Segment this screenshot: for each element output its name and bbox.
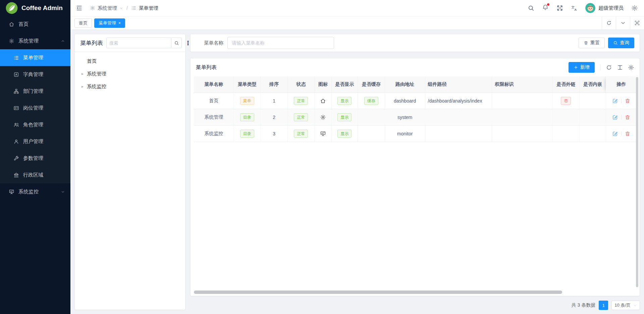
cell-actions <box>606 125 636 142</box>
menu-name-label: 菜单名称 <box>204 40 223 46</box>
row-density-icon[interactable] <box>617 64 623 71</box>
breadcrumb-item-current: 菜单管理 <box>139 5 158 11</box>
column-settings-gear-icon[interactable] <box>628 64 634 71</box>
horizontal-scrollbar[interactable] <box>194 291 562 294</box>
caret-right-icon[interactable]: ▸ <box>82 84 87 89</box>
tree-item-home[interactable]: 首页 <box>75 55 185 67</box>
sidebar-item-post-management[interactable]: 岗位管理 <box>0 100 70 116</box>
maximize-content-button[interactable] <box>630 16 644 29</box>
page-size-select[interactable]: 10 条/页 <box>611 301 640 310</box>
table-wrap: 菜单名称 菜单类型 排序 状态 图标 是否显示 是否缓存 路由地址 组件路径 <box>191 76 640 142</box>
tree-item-system-management[interactable]: ▸ 系统管理 <box>75 67 185 80</box>
sidebar-item-label: 行政区域 <box>23 172 43 178</box>
app-logo[interactable]: Coffee Admin <box>0 0 70 16</box>
page-content: 菜单列表 ⋮ 首页 ▸ 系统管理 <box>70 30 644 314</box>
refresh-table-icon[interactable] <box>606 64 612 71</box>
add-button[interactable]: 新增 <box>569 62 595 73</box>
sidebar-item-label: 菜单管理 <box>23 55 43 61</box>
sidebar-item-department-management[interactable]: 部门管理 <box>0 83 70 100</box>
sidebar-item-role-management[interactable]: 角色管理 <box>0 116 70 133</box>
cell-status: 正常 <box>288 125 315 142</box>
visible-badge: 显示 <box>337 130 352 138</box>
table-header-row: 菜单名称 菜单类型 排序 状态 图标 是否显示 是否缓存 路由地址 组件路径 <box>194 76 636 92</box>
close-icon[interactable]: × <box>118 21 121 25</box>
col-header-embedded: 是否内嵌 <box>579 76 606 92</box>
menu-name-input[interactable] <box>227 37 334 49</box>
reset-button-label: 重置 <box>590 40 600 46</box>
chevron-up-icon <box>61 39 65 43</box>
visible-badge: 显示 <box>337 113 352 121</box>
sidebar-item-label: 字典管理 <box>23 71 43 78</box>
chevron-down-icon[interactable] <box>119 6 123 10</box>
tree-search-button[interactable] <box>171 38 182 48</box>
sidebar-item-system-management[interactable]: 系统管理 <box>0 33 70 49</box>
sidebar-item-administrative-region[interactable]: 行政区域 <box>0 167 70 183</box>
home-icon <box>9 21 14 27</box>
chevron-down-icon <box>620 20 626 26</box>
refresh-icon <box>606 20 612 26</box>
cell-permission <box>492 125 552 142</box>
id-card-icon <box>13 105 19 111</box>
search-icon <box>174 41 179 46</box>
vertical-scrollbar[interactable] <box>636 77 638 287</box>
caret-right-icon[interactable]: ▸ <box>82 71 87 76</box>
edit-icon[interactable] <box>612 98 618 104</box>
toolbar-actions: 新增 <box>569 62 634 73</box>
cell-cache <box>358 109 385 125</box>
menu-table-card: 菜单列表 新增 <box>190 58 640 296</box>
edit-icon[interactable] <box>612 114 618 120</box>
col-header-status: 状态 <box>288 76 315 92</box>
cell-icon <box>314 109 331 125</box>
sidebar-item-system-monitor[interactable]: 系统监控 <box>0 183 70 200</box>
edit-icon[interactable] <box>612 131 618 137</box>
roles-icon <box>13 122 19 128</box>
tree-search-input[interactable] <box>106 38 171 48</box>
table-row: 系统监控 目录 3 正常 显示 monitor <box>194 125 636 142</box>
cell-route: monitor <box>385 125 425 142</box>
collapse-sidebar-icon[interactable] <box>76 5 83 11</box>
gear-icon <box>320 114 326 120</box>
sidebar-item-label: 岗位管理 <box>23 105 43 111</box>
user-menu[interactable]: 超级管理员 <box>585 3 624 13</box>
total-count-text: 共 3 条数据 <box>572 302 596 308</box>
tab-options-button[interactable] <box>616 16 630 29</box>
reset-button[interactable]: 重置 <box>579 38 605 48</box>
cell-menu-name: 系统监控 <box>194 125 234 142</box>
sidebar-item-dictionary-management[interactable]: 字典管理 <box>0 66 70 83</box>
delete-trash-icon[interactable] <box>625 98 631 104</box>
status-badge: 正常 <box>294 113 308 121</box>
sidebar-item-parameter-management[interactable]: 参数管理 <box>0 150 70 167</box>
breadcrumb-separator: / <box>126 5 128 11</box>
home-icon <box>320 98 326 104</box>
tab-menu-management[interactable]: 菜单管理 × <box>94 18 125 28</box>
monitor-icon <box>320 131 326 137</box>
settings-gear-icon[interactable] <box>631 5 638 11</box>
sidebar-item-menu-management[interactable]: 菜单管理 <box>0 49 70 66</box>
delete-trash-icon[interactable] <box>625 131 631 137</box>
query-button[interactable]: 查询 <box>608 38 634 48</box>
page-number-button[interactable]: 1 <box>599 301 608 310</box>
table-title: 菜单列表 <box>196 64 217 71</box>
search-form-card: 菜单名称 重置 查询 <box>190 34 640 52</box>
leaf-logo-icon <box>5 2 18 14</box>
status-badge: 正常 <box>294 97 308 105</box>
tab-home[interactable]: 首页 <box>74 18 92 28</box>
breadcrumb-item-system[interactable]: 系统管理 <box>98 5 117 11</box>
table-row: 首页 菜单 1 正常 显示 缓存 dashboard /dashboard/an… <box>194 92 636 109</box>
fullscreen-icon[interactable] <box>556 5 563 11</box>
cell-route: system <box>385 109 425 125</box>
sidebar-item-user-management[interactable]: 用户管理 <box>0 133 70 150</box>
refresh-tab-button[interactable] <box>602 16 616 29</box>
translate-icon[interactable] <box>571 5 578 11</box>
sidebar-item-home[interactable]: 首页 <box>0 16 70 33</box>
tree-item-system-monitor[interactable]: ▸ 系统监控 <box>75 80 185 93</box>
col-header-external: 是否外链 <box>552 76 579 92</box>
cell-visible: 显示 <box>331 109 358 125</box>
action-divider <box>621 115 622 120</box>
delete-trash-icon[interactable] <box>625 114 631 120</box>
search-icon[interactable] <box>528 5 534 11</box>
cell-cache: 缓存 <box>358 92 385 109</box>
header-actions: 超级管理员 <box>528 3 638 13</box>
add-button-label: 新增 <box>580 64 590 70</box>
notifications-button[interactable] <box>542 4 549 12</box>
